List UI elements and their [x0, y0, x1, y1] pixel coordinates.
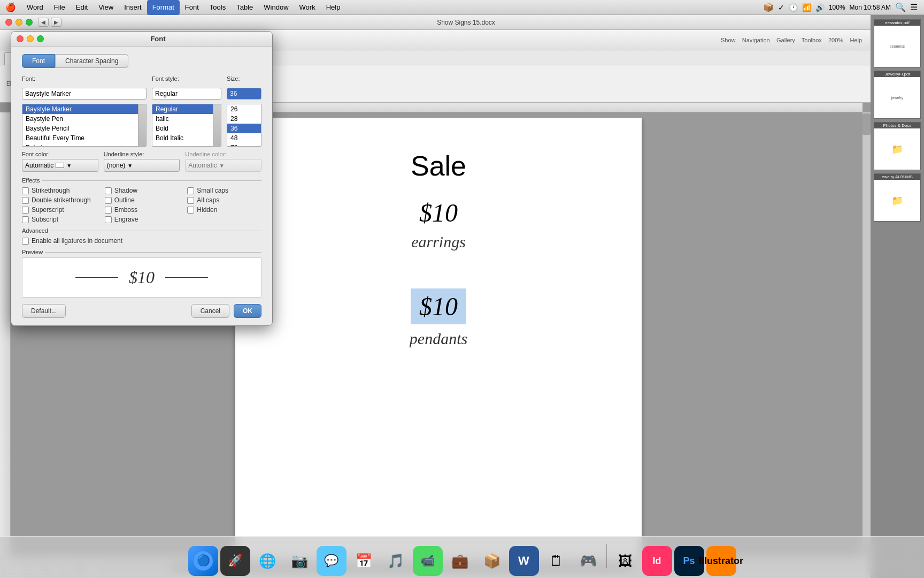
thumb-ceramics-label: eeramics.pdf	[874, 20, 920, 26]
size-item-28[interactable]: 28	[227, 114, 261, 124]
checkbox-hidden[interactable]	[187, 207, 194, 214]
apple-menu[interactable]: 🍎	[0, 2, 21, 12]
cancel-button[interactable]: Cancel	[191, 304, 229, 318]
menu-file[interactable]: File	[49, 0, 71, 15]
font-list-item-4[interactable]: Beirut	[22, 143, 146, 147]
color-underline-row: Font color: Automatic ▼ Underline style:…	[22, 151, 261, 172]
preview-text: $10	[129, 268, 155, 287]
preview-line-left	[75, 277, 118, 278]
datetime: Mon 10:58 AM	[850, 4, 891, 11]
menu-tools[interactable]: Tools	[204, 0, 231, 15]
checkbox-emboss[interactable]	[105, 207, 112, 214]
style-list-item-1[interactable]: Italic	[152, 114, 221, 124]
dialog-overlay: Font Font Character Spacing Font:	[0, 15, 871, 557]
thumb-ceramics-content: ceramics	[874, 26, 920, 67]
checkbox-double-strike[interactable]	[22, 197, 29, 204]
style-list-item-0[interactable]: Regular	[152, 104, 221, 114]
thumb-ceramics[interactable]: eeramics.pdf ceramics	[874, 19, 921, 67]
folder-icon: 📁	[891, 143, 903, 155]
menu-format[interactable]: Format	[147, 0, 180, 15]
checkbox-superscript[interactable]	[22, 207, 29, 214]
font-name-input[interactable]	[22, 88, 147, 100]
menu-edit[interactable]: Edit	[71, 0, 93, 15]
font-list-item-1[interactable]: Baystyle Pen	[22, 114, 146, 124]
menu-insert[interactable]: Insert	[119, 0, 147, 15]
font-list-item-3[interactable]: Beautiful Every Time	[22, 133, 146, 143]
folder2-icon: 📁	[891, 195, 903, 207]
preview-section: Preview $10	[22, 249, 261, 298]
font-color-value: Automatic	[25, 162, 53, 169]
font-color-select[interactable]: Automatic ▼	[22, 159, 98, 172]
size-item-26[interactable]: 26	[227, 104, 261, 114]
checkbox-engrave[interactable]	[105, 216, 112, 223]
preview-box: $10	[22, 257, 261, 298]
font-size-label: Size:	[227, 75, 261, 82]
default-button[interactable]: Default...	[22, 304, 66, 318]
font-list-item-2[interactable]: Baystyle Pencil	[22, 124, 146, 133]
tab-font[interactable]: Font	[22, 54, 55, 68]
underline-color-select: Automatic ▼	[185, 159, 261, 172]
underline-style-arrow: ▼	[127, 163, 133, 169]
right-panel: eeramics.pdf ceramics JewelryFi.pdf jewe…	[871, 15, 924, 578]
effect-engrave: Engrave	[105, 216, 179, 223]
search-icon[interactable]: 🔍	[895, 2, 906, 12]
thumb-photos[interactable]: Photos & Docs 📁	[874, 122, 921, 170]
dialog-body: Font Character Spacing Font: Font style:…	[11, 47, 272, 325]
style-list-item-3[interactable]: Bold Italic	[152, 133, 221, 143]
font-size-input[interactable]	[227, 88, 261, 100]
menu-view[interactable]: View	[93, 0, 119, 15]
effects-title: Effects	[22, 177, 261, 184]
checkbox-outline[interactable]	[105, 197, 112, 204]
size-item-72[interactable]: 72	[227, 143, 261, 147]
font-size-list[interactable]: 26 28 36 48 72	[227, 104, 261, 147]
thumb-albums[interactable]: ewelry ALBUMS 📁	[874, 173, 921, 222]
menu-font[interactable]: Font	[180, 0, 204, 15]
underline-style-label: Underline style:	[104, 151, 180, 157]
dialog-close[interactable]	[17, 35, 24, 42]
battery-level: 100%	[829, 4, 845, 11]
effect-emboss: Emboss	[105, 206, 179, 214]
effect-shadow: Shadow	[105, 187, 179, 194]
menu-word[interactable]: Word	[21, 0, 49, 15]
dialog-titlebar: Font	[11, 32, 272, 47]
ok-button[interactable]: OK	[234, 304, 261, 318]
effect-strikethrough: Strikethrough	[22, 187, 96, 194]
thumb-jewelry[interactable]: JewelryFi.pdf jewelry	[874, 71, 921, 119]
list-icon[interactable]: ☰	[910, 2, 918, 12]
dialog-tabs: Font Character Spacing	[22, 54, 261, 68]
size-item-48[interactable]: 48	[227, 133, 261, 143]
font-inputs-row	[22, 88, 261, 100]
checkbox-strikethrough[interactable]	[22, 187, 29, 194]
checkbox-allcaps[interactable]	[187, 197, 194, 204]
size-item-36[interactable]: 36	[227, 124, 261, 133]
font-style-list[interactable]: Regular Italic Bold Bold Italic	[152, 104, 221, 147]
menu-table[interactable]: Table	[231, 0, 258, 15]
main-area: ◀ ▶ Show Signs 15.docx ¶ ⊞ 🖼 🧰 200% ▼ ?	[0, 15, 924, 578]
dialog-minimize[interactable]	[27, 35, 34, 42]
font-style-input[interactable]	[152, 88, 221, 100]
menubar: 🍎 Word File Edit View Insert Format Font…	[0, 0, 924, 15]
underline-color-value: Automatic	[188, 162, 217, 169]
preview-title: Preview	[22, 249, 261, 255]
menu-help[interactable]: Help	[321, 0, 346, 15]
menubar-right: 📦 ✓ 🕐 📶 🔊 100% Mon 10:58 AM 🔍 ☰	[763, 2, 924, 12]
effect-outline: Outline	[105, 196, 179, 204]
underline-style-select[interactable]: (none) ▼	[104, 159, 180, 172]
font-color-label: Font color:	[22, 151, 98, 157]
menu-window[interactable]: Window	[258, 0, 294, 15]
effect-allcaps: All caps	[187, 196, 261, 204]
tab-character-spacing[interactable]: Character Spacing	[55, 54, 128, 68]
font-style-label: Font style:	[152, 75, 221, 82]
checkbox-shadow[interactable]	[105, 187, 112, 194]
menu-work[interactable]: Work	[294, 0, 321, 15]
checkbox-ligatures[interactable]	[22, 238, 29, 245]
checkbox-subscript[interactable]	[22, 216, 29, 223]
style-list-item-2[interactable]: Bold	[152, 124, 221, 133]
font-name-list[interactable]: Baystyle Marker Baystyle Pen Baystyle Pe…	[22, 104, 147, 147]
thumb-jewelry-label: JewelryFi.pdf	[874, 71, 920, 77]
checkbox-smallcaps[interactable]	[187, 187, 194, 194]
thumb-photos-label: Photos & Docs	[874, 123, 920, 128]
font-list-item-0[interactable]: Baystyle Marker	[22, 104, 146, 114]
dialog-maximize[interactable]	[37, 35, 44, 42]
word-area: ◀ ▶ Show Signs 15.docx ¶ ⊞ 🖼 🧰 200% ▼ ?	[0, 15, 871, 578]
